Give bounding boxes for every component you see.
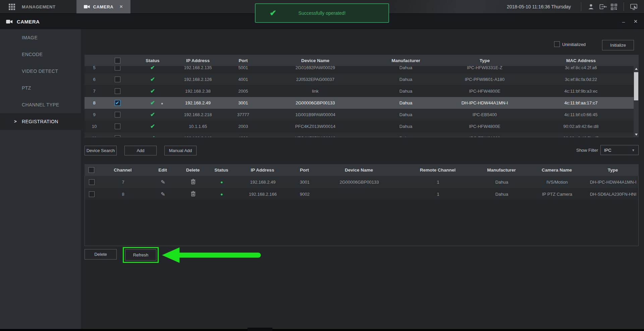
system-datetime: 2018-05-10 11:16:36 Thursday (507, 4, 571, 9)
qr-code-icon (611, 4, 617, 10)
table-scrollbar[interactable] (634, 66, 639, 137)
camera-icon (84, 5, 90, 9)
delete-button[interactable]: Delete (85, 249, 117, 259)
logout-caret-icon[interactable]: ▾ (605, 5, 607, 8)
col-mac: MAC Address (523, 58, 639, 63)
col-channel: Channel (98, 168, 148, 173)
camera-icon (6, 19, 13, 24)
uninitialized-checkbox[interactable] (554, 41, 560, 47)
device-search-button[interactable]: Device Search (85, 146, 117, 155)
close-button[interactable]: ✕ (633, 18, 639, 25)
success-check-icon: ✔ (270, 8, 276, 18)
chevron-right-icon: > (14, 113, 17, 130)
table-row[interactable]: 8 ✎ ● 192.168.2.166 9002 1 Dahua IP PTZ … (85, 188, 638, 200)
row-checkbox[interactable] (115, 88, 120, 94)
col-manufacturer: Manufacturer (476, 168, 527, 173)
table-header-row: Status IP Address Port Device Name Manuf… (85, 55, 639, 66)
topbar-right-cluster: 2018-05-10 11:16:36 Thursday ▾ (507, 0, 644, 13)
caret-down-icon: ▼ (632, 148, 635, 152)
main-menu-button[interactable] (0, 0, 20, 13)
row-checkbox[interactable] (89, 179, 95, 185)
col-type: Type (446, 58, 523, 63)
status-online-icon: ✔ (150, 66, 155, 71)
show-filter-label: Show Filter (550, 148, 598, 153)
show-filter-dropdown[interactable]: IPC ▼ (600, 145, 639, 155)
sidebar-item-ptz[interactable]: PTZ (0, 80, 81, 96)
table-row-selected[interactable]: 8 ✔ ✔ * 192.168.2.49 3001 2G00006GBP0013… (85, 97, 639, 109)
added-devices-table: Channel Edit Delete Status IP Address Po… (85, 164, 639, 246)
row-checkbox[interactable] (89, 191, 95, 197)
col-delete: Delete (178, 168, 208, 173)
user-icon (588, 3, 594, 10)
edit-pencil-icon[interactable]: ✎ (161, 179, 165, 185)
table-row[interactable]: 11 ✔ 192.168.2.148 4002 YZC4KZ078W00018 … (85, 132, 639, 137)
row-checkbox[interactable] (115, 124, 120, 129)
bottom-edge-bar (0, 329, 644, 331)
taskbar-peek-tab[interactable] (248, 328, 272, 331)
divider (624, 2, 624, 11)
refresh-highlight-box: Refresh (123, 247, 159, 263)
table-row[interactable]: 7 ✔ 192.168.2.38 2005 link Dahua IPC-HFW… (85, 85, 639, 97)
delete-trash-icon[interactable] (191, 191, 196, 196)
sidebar-item-encode[interactable]: ENCODE (0, 46, 81, 63)
triangle-up-icon (635, 68, 638, 70)
row-checkbox[interactable] (115, 135, 120, 137)
table-row[interactable]: 5 ✔ 192.168.2.135 5001 2G01692PAW00029 D… (85, 66, 639, 74)
tab-management[interactable]: MANAGEMENT (20, 0, 69, 13)
col-port: Port (290, 168, 319, 173)
col-status: Status (208, 168, 235, 173)
delete-trash-icon[interactable] (191, 179, 196, 184)
app-window: MANAGEMENT CAMERA ✕ 2018-05-10 11:16:36 … (0, 0, 644, 331)
scroll-up-button[interactable] (634, 66, 639, 72)
col-camera-name: Camera Name (527, 168, 587, 173)
row-checkbox[interactable] (115, 112, 120, 117)
tab-close-icon[interactable]: ✕ (119, 4, 123, 9)
tab-management-label: MANAGEMENT (22, 4, 56, 9)
table-row[interactable]: 6 ✔ 192.168.2.126 4001 2J0532EPAG00037 D… (85, 74, 639, 85)
row-checkbox[interactable] (115, 66, 120, 70)
sidebar-item-image[interactable]: IMAGE (0, 29, 81, 46)
uninitialized-label: Uninitialized (562, 42, 586, 47)
user-account-button[interactable] (585, 0, 597, 13)
status-online-icon: ✔ (150, 111, 155, 118)
sidebar-item-channel-type[interactable]: CHANNEL TYPE (0, 96, 81, 113)
table-header-row: Channel Edit Delete Status IP Address Po… (85, 164, 639, 176)
row-checkbox[interactable] (115, 77, 120, 82)
initialize-button[interactable]: Initialize (602, 40, 634, 50)
refresh-button[interactable]: Refresh (125, 249, 156, 261)
col-port: Port (221, 58, 265, 63)
manual-add-button[interactable]: Manual Add (164, 146, 197, 155)
table-row[interactable]: 7 ✎ ● 192.168.2.49 3001 2G00006GBP00133 … (85, 176, 638, 188)
status-connected-icon: ● (220, 192, 223, 197)
minimize-button[interactable]: – (621, 19, 627, 25)
divider (581, 2, 581, 11)
show-filter-value: IPC (604, 148, 611, 153)
sidebar-item-registration[interactable]: > REGISTRATION (0, 113, 81, 130)
col-remote-channel: Remote Channel (399, 168, 476, 173)
scroll-down-button[interactable] (634, 132, 639, 137)
col-status: Status (131, 58, 174, 63)
scrollbar-thumb[interactable] (634, 72, 638, 100)
table-row[interactable]: 10 ✔ 10.1.1.65 2003 PFC4KZ013W00014 Dahu… (85, 121, 639, 132)
table-row[interactable]: 9 ✔ 192.168.2.218 37777 1G001B9PAW00004 … (85, 109, 639, 121)
logout-icon (599, 4, 606, 10)
sidebar-item-video-detect[interactable]: VIDEO DETECT (0, 63, 81, 80)
select-all-checkbox[interactable] (115, 58, 120, 63)
display-output-button[interactable] (628, 0, 639, 13)
tab-camera-label: CAMERA (93, 4, 114, 9)
col-ip: IP Address (174, 58, 221, 63)
tab-camera[interactable]: CAMERA ✕ (76, 0, 130, 13)
status-online-icon: ✔ (150, 100, 155, 106)
triangle-down-icon (635, 134, 638, 136)
grid-icon (9, 4, 15, 10)
col-edit: Edit (148, 168, 178, 173)
success-toast: ✔ Successfully operated! (255, 3, 389, 23)
col-ip: IP Address (235, 168, 290, 173)
edit-pencil-icon[interactable]: ✎ (161, 191, 165, 197)
monitor-icon (630, 4, 637, 10)
select-all-checkbox[interactable] (89, 167, 94, 173)
add-button[interactable]: Add (124, 146, 157, 155)
window-title: CAMERA (17, 19, 40, 25)
qr-code-button[interactable] (608, 0, 620, 13)
row-checkbox-checked[interactable]: ✔ (115, 100, 120, 106)
